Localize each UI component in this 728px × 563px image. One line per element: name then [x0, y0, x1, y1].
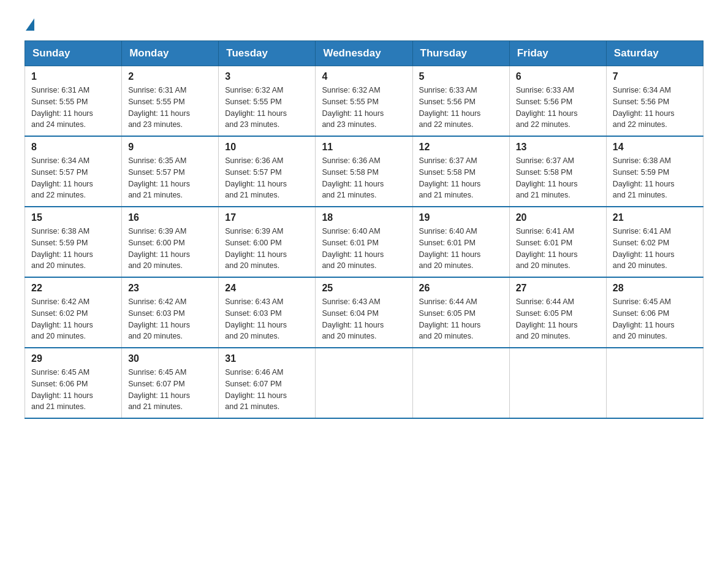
- day-cell: 4 Sunrise: 6:32 AM Sunset: 5:55 PM Dayli…: [316, 66, 412, 137]
- day-cell: 18 Sunrise: 6:40 AM Sunset: 6:01 PM Dayl…: [316, 207, 412, 277]
- week-row-3: 15 Sunrise: 6:38 AM Sunset: 5:59 PM Dayl…: [25, 207, 703, 277]
- day-cell: 8 Sunrise: 6:34 AM Sunset: 5:57 PM Dayli…: [25, 136, 122, 207]
- day-cell: [509, 348, 606, 418]
- day-info: Sunrise: 6:39 AM Sunset: 6:00 PM Dayligh…: [225, 226, 309, 272]
- day-number: 13: [516, 142, 600, 153]
- day-info: Sunrise: 6:33 AM Sunset: 5:56 PM Dayligh…: [419, 85, 503, 131]
- day-number: 23: [128, 283, 212, 294]
- day-number: 26: [419, 283, 503, 294]
- header-cell-monday: Monday: [122, 41, 219, 66]
- day-info: Sunrise: 6:44 AM Sunset: 6:05 PM Dayligh…: [516, 296, 600, 342]
- day-info: Sunrise: 6:45 AM Sunset: 6:06 PM Dayligh…: [31, 367, 115, 413]
- day-info: Sunrise: 6:42 AM Sunset: 6:03 PM Dayligh…: [128, 296, 212, 342]
- day-cell: 31 Sunrise: 6:46 AM Sunset: 6:07 PM Dayl…: [219, 348, 316, 418]
- day-number: 24: [225, 283, 309, 294]
- day-cell: 2 Sunrise: 6:31 AM Sunset: 5:55 PM Dayli…: [122, 66, 219, 137]
- logo-text: [25, 18, 36, 31]
- day-info: Sunrise: 6:43 AM Sunset: 6:03 PM Dayligh…: [225, 296, 309, 342]
- header-cell-sunday: Sunday: [25, 41, 122, 66]
- day-number: 3: [225, 71, 309, 82]
- day-info: Sunrise: 6:40 AM Sunset: 6:01 PM Dayligh…: [322, 226, 406, 272]
- calendar-table: SundayMondayTuesdayWednesdayThursdayFrid…: [25, 40, 703, 419]
- day-cell: 25 Sunrise: 6:43 AM Sunset: 6:04 PM Dayl…: [316, 277, 412, 348]
- day-cell: 28 Sunrise: 6:45 AM Sunset: 6:06 PM Dayl…: [606, 277, 703, 348]
- day-cell: 15 Sunrise: 6:38 AM Sunset: 5:59 PM Dayl…: [25, 207, 122, 277]
- day-number: 15: [31, 212, 115, 223]
- day-cell: 23 Sunrise: 6:42 AM Sunset: 6:03 PM Dayl…: [122, 277, 219, 348]
- logo-triangle-icon: [26, 18, 34, 31]
- day-number: 30: [128, 353, 212, 364]
- header-cell-tuesday: Tuesday: [219, 41, 316, 66]
- day-cell: 17 Sunrise: 6:39 AM Sunset: 6:00 PM Dayl…: [219, 207, 316, 277]
- day-cell: 11 Sunrise: 6:36 AM Sunset: 5:58 PM Dayl…: [316, 136, 412, 207]
- day-cell: 12 Sunrise: 6:37 AM Sunset: 5:58 PM Dayl…: [412, 136, 509, 207]
- day-cell: 20 Sunrise: 6:41 AM Sunset: 6:01 PM Dayl…: [509, 207, 606, 277]
- day-cell: 30 Sunrise: 6:45 AM Sunset: 6:07 PM Dayl…: [122, 348, 219, 418]
- day-number: 17: [225, 212, 309, 223]
- week-row-1: 1 Sunrise: 6:31 AM Sunset: 5:55 PM Dayli…: [25, 66, 703, 137]
- day-number: 6: [516, 71, 600, 82]
- day-info: Sunrise: 6:36 AM Sunset: 5:57 PM Dayligh…: [225, 155, 309, 201]
- day-number: 21: [613, 212, 697, 223]
- day-cell: [606, 348, 703, 418]
- day-number: 28: [613, 283, 697, 294]
- logo: [25, 18, 36, 28]
- day-cell: 5 Sunrise: 6:33 AM Sunset: 5:56 PM Dayli…: [412, 66, 509, 137]
- day-cell: 1 Sunrise: 6:31 AM Sunset: 5:55 PM Dayli…: [25, 66, 122, 137]
- day-number: 31: [225, 353, 309, 364]
- day-number: 18: [322, 212, 406, 223]
- day-cell: 19 Sunrise: 6:40 AM Sunset: 6:01 PM Dayl…: [412, 207, 509, 277]
- header-cell-wednesday: Wednesday: [316, 41, 412, 66]
- day-number: 9: [128, 142, 212, 153]
- day-cell: 13 Sunrise: 6:37 AM Sunset: 5:58 PM Dayl…: [509, 136, 606, 207]
- day-info: Sunrise: 6:38 AM Sunset: 5:59 PM Dayligh…: [31, 226, 115, 272]
- day-number: 4: [322, 71, 406, 82]
- day-info: Sunrise: 6:42 AM Sunset: 6:02 PM Dayligh…: [31, 296, 115, 342]
- day-number: 12: [419, 142, 503, 153]
- day-info: Sunrise: 6:44 AM Sunset: 6:05 PM Dayligh…: [419, 296, 503, 342]
- day-info: Sunrise: 6:46 AM Sunset: 6:07 PM Dayligh…: [225, 367, 309, 413]
- day-cell: 27 Sunrise: 6:44 AM Sunset: 6:05 PM Dayl…: [509, 277, 606, 348]
- day-cell: 9 Sunrise: 6:35 AM Sunset: 5:57 PM Dayli…: [122, 136, 219, 207]
- day-number: 29: [31, 353, 115, 364]
- day-number: 5: [419, 71, 503, 82]
- calendar-header: SundayMondayTuesdayWednesdayThursdayFrid…: [25, 41, 703, 66]
- day-info: Sunrise: 6:37 AM Sunset: 5:58 PM Dayligh…: [419, 155, 503, 201]
- header-row: SundayMondayTuesdayWednesdayThursdayFrid…: [25, 41, 703, 66]
- day-number: 14: [613, 142, 697, 153]
- day-cell: 16 Sunrise: 6:39 AM Sunset: 6:00 PM Dayl…: [122, 207, 219, 277]
- day-info: Sunrise: 6:40 AM Sunset: 6:01 PM Dayligh…: [419, 226, 503, 272]
- day-number: 11: [322, 142, 406, 153]
- day-info: Sunrise: 6:37 AM Sunset: 5:58 PM Dayligh…: [516, 155, 600, 201]
- day-number: 10: [225, 142, 309, 153]
- day-info: Sunrise: 6:41 AM Sunset: 6:01 PM Dayligh…: [516, 226, 600, 272]
- day-cell: 26 Sunrise: 6:44 AM Sunset: 6:05 PM Dayl…: [412, 277, 509, 348]
- header-cell-friday: Friday: [509, 41, 606, 66]
- day-info: Sunrise: 6:31 AM Sunset: 5:55 PM Dayligh…: [128, 85, 212, 131]
- day-info: Sunrise: 6:39 AM Sunset: 6:00 PM Dayligh…: [128, 226, 212, 272]
- day-number: 8: [31, 142, 115, 153]
- day-info: Sunrise: 6:32 AM Sunset: 5:55 PM Dayligh…: [322, 85, 406, 131]
- day-info: Sunrise: 6:41 AM Sunset: 6:02 PM Dayligh…: [613, 226, 697, 272]
- day-number: 2: [128, 71, 212, 82]
- week-row-4: 22 Sunrise: 6:42 AM Sunset: 6:02 PM Dayl…: [25, 277, 703, 348]
- day-cell: 14 Sunrise: 6:38 AM Sunset: 5:59 PM Dayl…: [606, 136, 703, 207]
- week-row-5: 29 Sunrise: 6:45 AM Sunset: 6:06 PM Dayl…: [25, 348, 703, 418]
- day-cell: 22 Sunrise: 6:42 AM Sunset: 6:02 PM Dayl…: [25, 277, 122, 348]
- day-cell: 3 Sunrise: 6:32 AM Sunset: 5:55 PM Dayli…: [219, 66, 316, 137]
- day-cell: 29 Sunrise: 6:45 AM Sunset: 6:06 PM Dayl…: [25, 348, 122, 418]
- day-cell: 24 Sunrise: 6:43 AM Sunset: 6:03 PM Dayl…: [219, 277, 316, 348]
- day-info: Sunrise: 6:32 AM Sunset: 5:55 PM Dayligh…: [225, 85, 309, 131]
- day-cell: [412, 348, 509, 418]
- day-info: Sunrise: 6:45 AM Sunset: 6:06 PM Dayligh…: [613, 296, 697, 342]
- week-row-2: 8 Sunrise: 6:34 AM Sunset: 5:57 PM Dayli…: [25, 136, 703, 207]
- day-number: 1: [31, 71, 115, 82]
- day-info: Sunrise: 6:34 AM Sunset: 5:57 PM Dayligh…: [31, 155, 115, 201]
- day-number: 22: [31, 283, 115, 294]
- day-info: Sunrise: 6:38 AM Sunset: 5:59 PM Dayligh…: [613, 155, 697, 201]
- day-info: Sunrise: 6:35 AM Sunset: 5:57 PM Dayligh…: [128, 155, 212, 201]
- day-number: 25: [322, 283, 406, 294]
- day-cell: [316, 348, 412, 418]
- day-info: Sunrise: 6:34 AM Sunset: 5:56 PM Dayligh…: [613, 85, 697, 131]
- day-info: Sunrise: 6:33 AM Sunset: 5:56 PM Dayligh…: [516, 85, 600, 131]
